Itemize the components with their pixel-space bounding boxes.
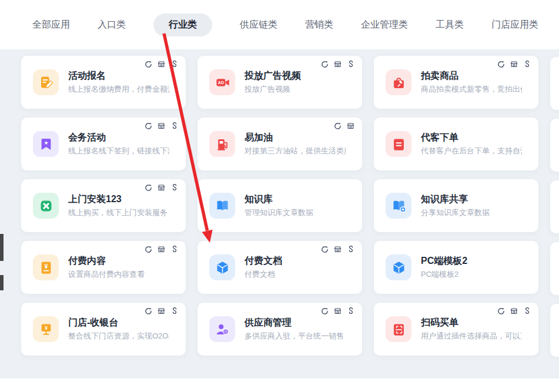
sync-icon[interactable] — [144, 245, 153, 254]
card-action-bar — [333, 122, 355, 130]
sync-icon[interactable] — [333, 122, 342, 130]
app-card-desc: 多供应商入驻，平台统一销售，商... — [245, 331, 346, 341]
app-card-auction-goods[interactable]: 拍卖商品商品拍卖模式新零售，竞拍出价得... — [374, 56, 538, 109]
app-card-paid-content[interactable]: ¥付费内容设置商品付费内容查看 — [21, 241, 186, 294]
sync-icon[interactable] — [144, 122, 153, 130]
sync-icon[interactable] — [320, 245, 329, 254]
app-card-partial[interactable] — [550, 119, 559, 172]
shop-icon[interactable] — [157, 183, 166, 192]
app-card-title: 供应商管理 — [245, 317, 346, 328]
tab-entry[interactable]: 入口类 — [98, 14, 126, 36]
shop-icon[interactable] — [157, 122, 166, 130]
cube-icon — [209, 254, 235, 280]
app-card-activity-signup[interactable]: 活动报名线上报名缴纳费用，付费金额营销... — [21, 56, 186, 109]
app-card-knowledge-base[interactable]: 知识库管理知识库文章数据 — [198, 179, 362, 232]
svg-text:供: 供 — [223, 330, 227, 333]
shop-icon[interactable] — [346, 122, 355, 130]
tab-industry[interactable]: 行业类 — [153, 14, 212, 36]
tab-store-apps[interactable]: 门店应用类 — [491, 14, 538, 36]
app-card-partial[interactable] — [550, 304, 559, 357]
link-icon[interactable] — [523, 60, 531, 69]
shop-icon[interactable] — [333, 60, 342, 69]
app-card-desc: 设置商品付费内容查看 — [68, 269, 145, 280]
auction-bag-icon — [386, 69, 411, 95]
tab-marketing[interactable]: 营销类 — [305, 14, 333, 36]
link-icon[interactable] — [523, 307, 531, 316]
bottom-strip — [0, 378, 559, 392]
app-card-title: 易加油 — [245, 132, 346, 143]
app-card-title: 扫码买单 — [421, 317, 522, 328]
svg-text:AD: AD — [217, 80, 223, 84]
shop-icon[interactable] — [157, 245, 166, 254]
link-icon[interactable] — [170, 60, 179, 69]
sync-icon[interactable] — [320, 60, 329, 69]
shop-icon[interactable] — [510, 307, 518, 316]
ad-camera-icon: AD — [209, 69, 235, 95]
app-card-scan-pay[interactable]: 扫码买单用户通过插件选择商品，可以直接... — [374, 303, 538, 356]
tab-tools[interactable]: 工具类 — [436, 14, 464, 36]
link-icon[interactable] — [170, 183, 179, 192]
link-icon[interactable] — [346, 245, 355, 254]
app-card-knowledge-share[interactable]: 知识库共享分享知识库文章数据 — [374, 179, 538, 232]
app-card-title: 投放广告视频 — [245, 70, 301, 81]
sync-icon[interactable] — [497, 60, 506, 69]
app-card-title: 付费文档 — [245, 255, 282, 266]
svg-text:¥: ¥ — [44, 263, 48, 270]
tab-supply-chain[interactable]: 供应链类 — [240, 14, 277, 36]
app-card-desc: 付费文档 — [245, 269, 282, 280]
shop-icon[interactable] — [333, 307, 342, 316]
doc-yen-icon: ¥ — [33, 254, 59, 280]
cube-icon — [386, 254, 411, 280]
app-card-partial[interactable] — [550, 57, 559, 110]
shop-icon[interactable] — [333, 245, 342, 254]
app-card-title: 付费内容 — [68, 255, 145, 266]
link-icon[interactable] — [170, 307, 179, 316]
card-action-bar — [144, 245, 179, 254]
app-card-ad-video[interactable]: AD投放广告视频投放广告视频 — [198, 56, 362, 109]
app-card-partial[interactable] — [550, 242, 559, 295]
sync-icon[interactable] — [497, 307, 506, 316]
card-action-bar — [320, 60, 355, 69]
app-card-conference-activity[interactable]: ★会务活动线上报名线下签到，链接线下活动。 — [21, 118, 186, 170]
link-icon[interactable] — [170, 245, 179, 254]
app-card-door-install[interactable]: 上门安装123线上购买，线下上门安装服务，核... — [21, 179, 186, 232]
app-card-desc: 线上报名线下签到，链接线下活动。 — [68, 146, 169, 156]
app-card-desc: 线上报名缴纳费用，付费金额营销... — [68, 84, 169, 95]
app-card-desc: 线上购买，线下上门安装服务，核... — [68, 207, 169, 218]
link-icon[interactable] — [170, 122, 179, 130]
app-card-desc: 商品拍卖模式新零售，竞拍出价得... — [421, 84, 522, 95]
left-edge-panel-sliver — [0, 275, 4, 290]
app-card-title: 活动报名 — [68, 70, 169, 81]
sync-icon[interactable] — [144, 183, 153, 192]
link-icon[interactable] — [346, 307, 355, 316]
card-action-bar — [497, 60, 531, 69]
person-badge-icon: 供 — [209, 316, 235, 342]
app-card-paid-doc[interactable]: 付费文档付费文档 — [198, 241, 362, 294]
app-card-title: PC端模板2 — [421, 255, 467, 266]
sync-icon[interactable] — [320, 307, 329, 316]
cash-register-icon: ¥ — [33, 316, 59, 342]
tab-enterprise-mgmt[interactable]: 企业管理类 — [361, 14, 408, 36]
app-card-title: 门店-收银台 — [68, 317, 169, 328]
app-card-store-cashier[interactable]: ¥门店-收银台整合线下门店资源，实现O2O异业... — [21, 303, 186, 356]
shop-icon[interactable] — [510, 60, 518, 69]
shop-icon[interactable] — [157, 307, 166, 316]
sync-icon[interactable] — [144, 60, 153, 69]
app-card-pc-template2[interactable]: PC端模板2PC端模板2 — [374, 241, 538, 294]
tools-cross-icon — [33, 193, 59, 219]
app-card-desc: 投放广告视频 — [245, 84, 301, 95]
shop-icon[interactable] — [157, 60, 166, 69]
app-card-desc: 代替客户在后台下单，支持自营，... — [421, 146, 522, 156]
tab-all-apps[interactable]: 全部应用 — [32, 14, 70, 36]
app-card-valet-order[interactable]: 代客下单代替客户在后台下单，支持自营，... — [374, 118, 538, 170]
open-book-icon — [209, 193, 235, 219]
link-icon[interactable] — [346, 60, 355, 69]
card-action-bar — [497, 307, 531, 316]
category-tabbar: 全部应用入口类行业类供应链类营销类企业管理类工具类门店应用类抖音类应用 — [0, 0, 559, 49]
clipboard-icon — [386, 131, 411, 157]
app-card-supplier-mgmt[interactable]: 供供应商管理多供应商入驻，平台统一销售，商... — [198, 303, 362, 356]
app-card-easy-refuel[interactable]: 易加油对接第三方油站，提供生活类服务。 — [198, 118, 362, 170]
app-card-title: 知识库 — [245, 193, 313, 205]
sync-icon[interactable] — [144, 307, 153, 316]
app-card-partial[interactable] — [550, 180, 559, 233]
